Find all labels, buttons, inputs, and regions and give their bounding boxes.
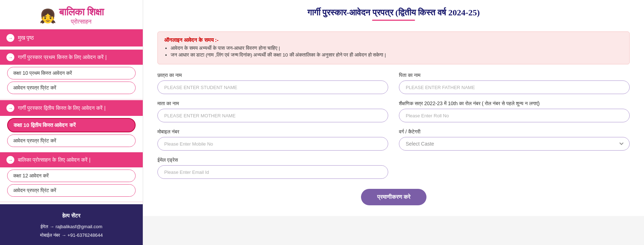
label-roll-no: शैक्षणिक सत्र 2022-23 में 10th का रोल नं… — [399, 101, 630, 107]
notice-box: ऑनलाइन आवेदन के समय :- आवेदन के समय अभ्य… — [157, 31, 630, 64]
notice-list: आवेदन के समय अभ्यर्थी के पास जन-आधार विव… — [164, 45, 623, 58]
logo-main-text: बालिका शिक्षा — [59, 6, 104, 18]
sidebar: 👧 बालिका शिक्षा प्रोत्साहन → मुख पृष्ठ →… — [0, 0, 143, 245]
section2-btn-2[interactable]: आवेदन प्रपत्र प्रिंट करें — [7, 134, 136, 147]
sidebar-logo: 👧 बालिका शिक्षा प्रोत्साहन — [0, 0, 143, 29]
main-content: गार्गी पुरस्कार-आवेदन प्रपत्र (द्वितीय क… — [143, 0, 644, 245]
sidebar-section2-header[interactable]: → गार्गी पुरस्कार द्वितीय किस्त के लिए आ… — [0, 100, 143, 116]
input-student-name[interactable] — [157, 80, 388, 94]
footer-phone: मोबाईल नंबर → +91-6376248644 — [4, 231, 139, 240]
sidebar-section-3: → बालिका प्रोत्साहन के लिए आवेदन करें | … — [0, 152, 143, 202]
arrow-icon: → — [6, 34, 14, 42]
input-email[interactable] — [157, 165, 388, 179]
page-header: गार्गी पुरस्कार-आवेदन प्रपत्र (द्वितीय क… — [143, 0, 644, 24]
sidebar-section-1: → गार्गी पुरस्कार प्रथम किस्त के लिए आवे… — [0, 50, 143, 99]
page-title-underline — [372, 20, 415, 21]
section3-btn-1[interactable]: कक्षा 12 आवेदन करें — [7, 170, 136, 182]
input-mother-name[interactable] — [157, 109, 388, 122]
section1-btn-1[interactable]: कक्षा 10 प्रथम किस्त आवेदन करें — [7, 67, 136, 79]
field-caste: वर्ग / कैटेगरी Select Caste General OBC … — [399, 129, 630, 151]
label-mother-name: माता का नाम — [157, 101, 388, 107]
field-mobile: मोबाइल नंबर — [157, 129, 388, 151]
form-container: ऑनलाइन आवेदन के समय :- आवेदन के समय अभ्य… — [143, 24, 644, 216]
logo-icon: 👧 — [39, 8, 56, 24]
sidebar-section1-header[interactable]: → गार्गी पुरस्कार प्रथम किस्त के लिए आवे… — [0, 50, 143, 65]
form-grid: छात्रा का नाम पिता का नाम माता का नाम शै… — [157, 72, 630, 179]
submit-button[interactable]: प्रमाणीकरण करे — [361, 189, 426, 205]
footer-title: हेल्प सेंटर — [4, 211, 139, 221]
section2-active-btn[interactable]: कक्षा 10 द्वितीय किस्त आवेदन करें — [7, 118, 136, 132]
notice-item-1: आवेदन के समय अभ्यर्थी के पास जन-आधार विव… — [171, 45, 623, 51]
field-email: ईमेल एड्रेस — [157, 157, 388, 179]
label-student-name: छात्रा का नाम — [157, 72, 388, 78]
field-roll-no: शैक्षणिक सत्र 2022-23 में 10th का रोल नं… — [399, 101, 630, 122]
select-caste[interactable]: Select Caste General OBC SC ST — [399, 137, 630, 151]
section1-label: गार्गी पुरस्कार प्रथम किस्त के लिए आवेदन… — [18, 54, 107, 60]
notice-title: ऑनलाइन आवेदन के समय :- — [164, 37, 623, 43]
section2-label: गार्गी पुरस्कार द्वितीय किस्त के लिए आवे… — [18, 105, 106, 111]
input-roll-no[interactable] — [399, 109, 630, 122]
sidebar-item-home[interactable]: → मुख पृष्ठ — [0, 29, 143, 46]
field-mother-name: माता का नाम — [157, 101, 388, 122]
arrow-icon-2: → — [6, 104, 14, 112]
input-mobile[interactable] — [157, 137, 388, 151]
logo-text-block: बालिका शिक्षा प्रोत्साहन — [59, 6, 104, 25]
field-student-name: छात्रा का नाम — [157, 72, 388, 94]
submit-row: प्रमाणीकरण करे — [157, 189, 630, 205]
notice-item-2: जन आधार का डाटा (नाम ,लिंग एवं जन्म दिना… — [171, 52, 623, 58]
section1-btn-2[interactable]: आवेदन प्रपत्र प्रिंट करें — [7, 82, 136, 94]
home-label: मुख पृष्ठ — [18, 35, 34, 41]
page-title: गार्गी पुरस्कार-आवेदन प्रपत्र (द्वितीय क… — [154, 8, 633, 18]
label-father-name: पिता का नाम — [399, 72, 630, 78]
arrow-icon-1: → — [6, 53, 14, 61]
sidebar-home-section: → मुख पृष्ठ — [0, 29, 143, 50]
section3-label: बालिका प्रोत्साहन के लिए आवेदन करें | — [18, 157, 91, 163]
label-email: ईमेल एड्रेस — [157, 157, 388, 163]
field-father-name: पिता का नाम — [399, 72, 630, 94]
label-caste: वर्ग / कैटेगरी — [399, 129, 630, 135]
sidebar-footer: हेल्प सेंटर ईमेल → rajbalikasf@gmail.com… — [0, 204, 143, 245]
input-father-name[interactable] — [399, 80, 630, 94]
footer-email: ईमेल → rajbalikasf@gmail.com — [4, 222, 139, 231]
label-mobile: मोबाइल नंबर — [157, 129, 388, 135]
arrow-icon-3: → — [6, 156, 14, 164]
sidebar-section-2: → गार्गी पुरस्कार द्वितीय किस्त के लिए आ… — [0, 99, 143, 152]
section3-btn-2[interactable]: आवेदन प्रपत्र प्रिंट करें — [7, 184, 136, 197]
logo-sub-text: प्रोत्साहन — [71, 18, 92, 25]
sidebar-section3-header[interactable]: → बालिका प्रोत्साहन के लिए आवेदन करें | — [0, 152, 143, 167]
